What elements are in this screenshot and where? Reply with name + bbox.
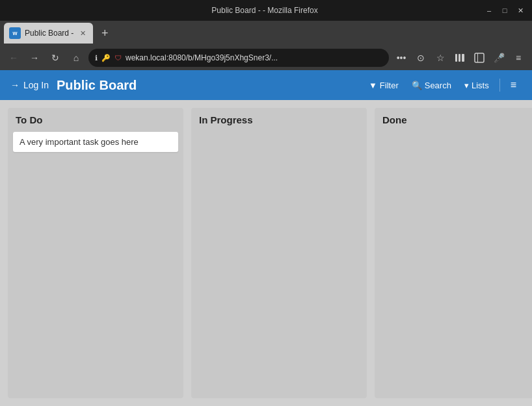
search-button[interactable]: 🔍 Search [406,78,457,93]
window-title: Public Board - - Mozilla Firefox [46,6,484,15]
url-bar[interactable]: ℹ 🔑 🛡 wekan.local:8080/b/MHgo39j5nXhgSne… [88,49,389,67]
tab-favicon: w [9,27,21,39]
new-tab-button[interactable]: + [96,24,114,42]
column-header-inprogress: In Progress [191,108,367,132]
column-body-inprogress [191,132,367,398]
login-icon: → [10,80,20,90]
home-button[interactable]: ⌂ [68,49,85,66]
close-button[interactable]: ✕ [515,5,525,16]
menu-button[interactable]: ≡ [510,49,527,66]
svg-rect-1 [459,54,460,62]
svg-rect-4 [477,53,478,62]
tab-close-button[interactable]: ✕ [77,28,88,38]
sidebar-button[interactable] [471,49,488,66]
active-tab[interactable]: w Public Board - ✕ [4,23,93,44]
tab-bar: w Public Board - ✕ + [0,21,532,45]
reload-button[interactable]: ↻ [47,49,64,66]
bookmark-button[interactable]: ☆ [432,49,449,66]
more-button[interactable]: ••• [393,49,410,66]
svg-rect-0 [455,54,457,62]
svg-rect-2 [462,54,464,62]
search-label: Search [425,81,451,90]
column-header-done: Done [375,108,532,132]
header-actions: ▼ Filter 🔍 Search ▾ Lists ≡ [364,77,522,94]
column-body-todo: A very important task goes here [8,132,183,398]
app-header: → Log In Public Board ▼ Filter 🔍 Search … [0,70,532,100]
minimize-button[interactable]: – [484,5,494,16]
info-icon: ℹ [95,54,98,62]
forward-button[interactable]: → [26,49,43,66]
lists-icon: ▾ [464,81,469,90]
column-body-done [375,132,532,398]
login-button[interactable]: → Log In [10,80,49,90]
lists-label: Lists [472,81,489,90]
url-text: wekan.local:8080/b/MHgo39j5nXhgSner3/... [126,53,382,62]
card-card1[interactable]: A very important task goes here [13,132,178,152]
lists-button[interactable]: ▾ Lists [459,78,494,93]
tab-label: Public Board - [25,29,73,38]
toolbar-icons: ••• ⊙ ☆ 🎤 ≡ [393,49,527,66]
header-menu-button[interactable]: ≡ [505,77,522,94]
mic-button[interactable]: 🎤 [490,49,507,66]
svg-rect-3 [475,53,484,62]
shield-icon: 🛡 [114,54,122,62]
board-title: Public Board [57,78,356,93]
maximize-button[interactable]: □ [499,5,510,16]
login-label: Log In [23,80,49,90]
pocket-button[interactable]: ⊙ [412,49,429,66]
filter-button[interactable]: ▼ Filter [364,78,404,93]
address-bar: ← → ↻ ⌂ ℹ 🔑 🛡 wekan.local:8080/b/MHgo39j… [0,45,532,70]
column-inprogress: In Progress [191,108,367,398]
back-button[interactable]: ← [5,49,22,66]
column-done: Done [375,108,532,398]
filter-label: Filter [380,81,399,90]
title-bar: Public Board - - Mozilla Firefox – □ ✕ [0,0,532,21]
library-button[interactable] [451,49,468,66]
column-todo: To DoA very important task goes here [8,108,183,398]
header-divider [499,79,500,92]
browser-chrome: w Public Board - ✕ + ← → ↻ ⌂ ℹ 🔑 🛡 wekan… [0,21,532,70]
key-icon: 🔑 [101,54,111,62]
board-area: To DoA very important task goes hereIn P… [0,100,532,406]
search-icon: 🔍 [412,81,422,90]
filter-icon: ▼ [369,81,377,90]
column-header-todo: To Do [8,108,183,132]
